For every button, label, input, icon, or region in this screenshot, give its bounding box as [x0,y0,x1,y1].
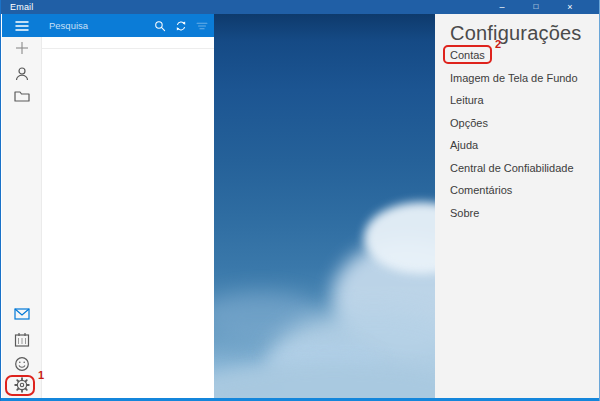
window-title: Email [10,2,34,12]
people-button[interactable] [12,64,32,84]
settings-item-contas[interactable]: Contas [450,44,592,67]
calendar-icon [12,330,32,350]
feedback-button[interactable] [12,354,32,374]
plus-icon [12,38,32,58]
maximize-button[interactable]: □ [519,0,553,14]
message-list-pane [42,37,214,398]
nav-rail [2,37,42,398]
settings-item-opcoes[interactable]: Opções [450,112,592,135]
search-icon[interactable] [151,17,169,35]
settings-list: Contas Imagem de Tela de Fundo Leitura O… [450,44,592,224]
smiley-icon [12,354,32,374]
settings-item-imagem-de-tela-de-fundo[interactable]: Imagem de Tela de Fundo [450,67,592,90]
background-wallpaper [214,14,435,398]
new-mail-button[interactable] [12,38,32,58]
settings-item-comentarios[interactable]: Comentários [450,179,592,202]
settings-panel-title: Configurações [450,22,582,45]
folder-icon [12,86,32,106]
search-input[interactable]: Pesquisa [42,14,214,37]
settings-panel: Configurações Contas Imagem de Tela de F… [435,14,600,398]
minimize-button[interactable]: – [485,0,519,14]
list-divider [42,48,214,49]
gear-icon [12,375,32,395]
settings-item-leitura[interactable]: Leitura [450,89,592,112]
settings-item-central-de-confiabilidade[interactable]: Central de Confiabilidade [450,157,592,180]
titlebar: Email – □ × [1,0,600,14]
close-button[interactable]: × [553,0,587,14]
folder-pane-header: Pesquisa [2,14,214,37]
mail-app-window: Email – □ × Pesquisa [0,0,600,401]
mail-view-button[interactable] [12,304,32,324]
selection-mode-icon[interactable] [193,17,211,35]
settings-item-sobre[interactable]: Sobre [450,202,592,225]
mail-icon [12,304,32,324]
sync-icon[interactable] [172,17,190,35]
person-icon [12,64,32,84]
settings-button[interactable] [12,375,32,395]
hamburger-icon [14,19,30,33]
window-controls: – □ × [485,0,587,14]
calendar-view-button[interactable] [12,330,32,350]
folders-button[interactable] [12,86,32,106]
cloud-haze [214,362,435,398]
search-placeholder: Pesquisa [49,20,148,31]
settings-item-ajuda[interactable]: Ajuda [450,134,592,157]
hamburger-menu-button[interactable] [2,14,42,37]
